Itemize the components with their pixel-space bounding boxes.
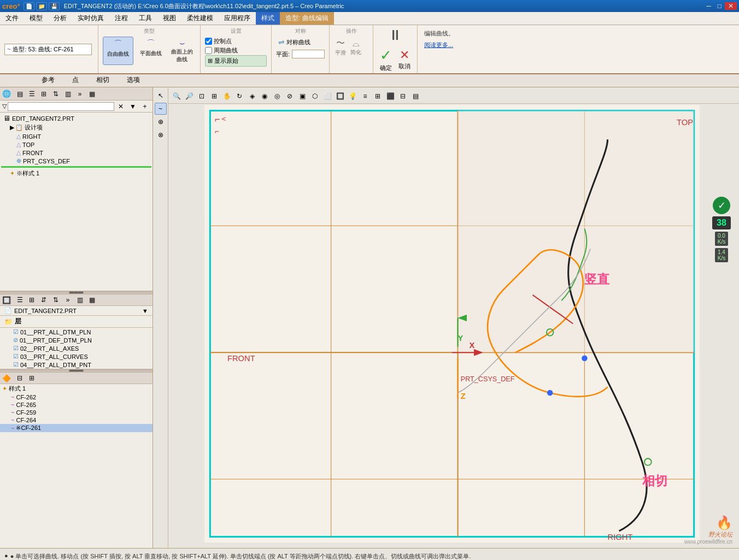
free-curve-btn[interactable]: ⌒ 自由曲线 xyxy=(103,37,133,65)
vert-more1[interactable]: ⊕ xyxy=(155,116,167,128)
win-close[interactable]: ✕ xyxy=(725,2,737,10)
pause-btn[interactable]: ⏸ xyxy=(388,27,402,44)
tree-view-btn[interactable]: ▤ xyxy=(14,89,25,99)
panel2-sort2-btn[interactable]: ⇅ xyxy=(50,295,61,305)
surface-curve-btn[interactable]: ⌣ 曲面上的曲线 xyxy=(168,37,196,65)
zoom-in-btn[interactable]: 🔍 xyxy=(171,90,183,102)
panel2-list-btn[interactable]: ☰ xyxy=(14,295,25,305)
search-input[interactable] xyxy=(8,102,114,111)
csys-node[interactable]: ⊕ PRT_CSYS_DEF xyxy=(1,157,151,165)
menu-view[interactable]: 视图 xyxy=(157,12,181,25)
zoom-out-btn[interactable]: 🔎 xyxy=(183,90,195,102)
planar-curve-btn[interactable]: ⌒ 平面曲线 xyxy=(136,37,166,65)
panel2-grid-btn[interactable]: ⊞ xyxy=(26,295,37,305)
datum-btn[interactable]: ⊞ xyxy=(372,90,384,102)
view1-btn[interactable]: ⬜ xyxy=(321,90,333,102)
menu-style[interactable]: 样式 xyxy=(256,12,280,25)
more2-btn[interactable]: ▤ xyxy=(409,90,421,102)
flat-input[interactable] xyxy=(292,50,325,58)
curve-selector[interactable]: ~ 造型: 53: 曲线: CF-261 xyxy=(4,44,92,55)
right-plane[interactable]: △ RIGHT xyxy=(1,132,151,140)
more1-btn[interactable]: ⊟ xyxy=(397,90,409,102)
menu-annotation[interactable]: 注程 xyxy=(109,12,133,25)
cf-261[interactable]: ~ ※CF-261 xyxy=(0,424,153,432)
view3-btn[interactable]: ⬛ xyxy=(384,90,396,102)
top-plane[interactable]: △ TOP xyxy=(1,140,151,149)
curve-tree-grid-btn[interactable]: ⊞ xyxy=(26,373,37,383)
menu-flex[interactable]: 柔性建模 xyxy=(181,12,219,25)
toolbar-icon-save[interactable]: 💾 xyxy=(49,2,60,10)
rotate-btn[interactable]: ↻ xyxy=(233,90,245,102)
help-read-more[interactable]: 阅读更多... xyxy=(424,42,453,48)
tree-expand-btn[interactable]: » xyxy=(74,89,85,99)
perspective-btn[interactable]: ⬡ xyxy=(309,90,321,102)
panel2-more-btn[interactable]: ▦ xyxy=(86,295,97,305)
periodic-curve-checkbox[interactable]: 周期曲线 xyxy=(205,46,267,55)
toolbar-icon-new[interactable]: 📄 xyxy=(24,2,34,10)
cf-265[interactable]: ~ CF-265 xyxy=(0,401,153,409)
vert-more2[interactable]: ⊗ xyxy=(155,129,167,141)
tree-sort-btn[interactable]: ⇅ xyxy=(50,89,61,99)
light-btn[interactable]: 💡 xyxy=(347,90,359,102)
cad-canvas[interactable]: FRONT PRT_CSYS_DEF TOP RIGHT X Y Z ⌐ < ⌐ xyxy=(171,105,734,543)
show-origin-btn[interactable]: ⊞ 显示原始 xyxy=(205,55,267,67)
menu-apps[interactable]: 应用程序 xyxy=(219,12,256,25)
curve-tree-list-btn[interactable]: ⊟ xyxy=(14,373,25,383)
tree-list-btn[interactable]: ☰ xyxy=(26,89,37,99)
pan-btn[interactable]: ✋ xyxy=(221,90,233,102)
layer-3[interactable]: ☑ 02__PRT_ALL_AXES xyxy=(0,344,153,352)
tree-grid-btn[interactable]: ⊞ xyxy=(38,89,49,99)
win-minimize[interactable]: ─ xyxy=(703,2,714,10)
menu-curve-edit[interactable]: 造型: 曲线编辑 xyxy=(280,12,334,25)
select-btn[interactable]: ↖ xyxy=(155,90,167,102)
panel2-expand-btn[interactable]: » xyxy=(62,295,73,305)
menu-file[interactable]: 文件 xyxy=(0,12,24,25)
subtab-reference[interactable]: 参考 xyxy=(33,74,63,87)
style-node[interactable]: ✦ 样式 1 xyxy=(0,384,153,393)
file-dropdown[interactable]: ▼ xyxy=(142,308,148,314)
ribbon-group-commit: ⏸ ✓ 确定 ✕ 取消 xyxy=(373,25,418,73)
cancel-btn[interactable]: ✕ 取消 xyxy=(398,48,410,70)
menu-simulation[interactable]: 实时仿真 xyxy=(72,12,109,25)
cf-262[interactable]: ~ CF-262 xyxy=(0,393,153,401)
wireframe-btn[interactable]: ◎ xyxy=(271,90,283,102)
menu-tools[interactable]: 工具 xyxy=(133,12,157,25)
symmetry-curve-btn[interactable]: ⇌ 对称曲线 xyxy=(276,37,325,48)
cf-259[interactable]: ~ CF-259 xyxy=(0,409,153,416)
shaded-btn[interactable]: ◉ xyxy=(259,90,271,102)
search-dropdown[interactable]: ▼ xyxy=(127,102,138,111)
menu-analysis[interactable]: 分析 xyxy=(48,12,72,25)
menu-model[interactable]: 模型 xyxy=(24,12,48,25)
smooth-btn[interactable]: 〜 平滑 xyxy=(334,37,347,58)
subtab-points[interactable]: 点 xyxy=(63,74,87,87)
toolbar-icon-open[interactable]: 📁 xyxy=(36,2,47,10)
control-points-checkbox[interactable]: 控制点 xyxy=(205,37,267,46)
layer-4[interactable]: ☑ 03__PRT_ALL_CURVES xyxy=(0,352,153,361)
render-btn[interactable]: ◈ xyxy=(246,90,258,102)
zoom-rect-btn[interactable]: ⊞ xyxy=(208,90,220,102)
root-node[interactable]: 🖥 EDIT_TANGENT2.PRT xyxy=(1,114,151,123)
win-maximize[interactable]: □ xyxy=(714,2,725,10)
sketch-btn[interactable]: ~ xyxy=(155,103,167,115)
tree-more-btn[interactable]: ▦ xyxy=(86,89,97,99)
edge-btn[interactable]: ▣ xyxy=(296,90,308,102)
view2-btn[interactable]: 🔲 xyxy=(334,90,346,102)
panel2-cols-btn[interactable]: ▥ xyxy=(74,295,85,305)
tree-cols-btn[interactable]: ▥ xyxy=(62,89,73,99)
subtab-tangent[interactable]: 相切 xyxy=(87,74,118,87)
confirm-btn[interactable]: ✓ 确定 xyxy=(380,47,392,72)
simplify-btn[interactable]: ⌓ 简化 xyxy=(349,38,362,57)
zoom-fit-btn[interactable]: ⊡ xyxy=(196,90,208,102)
search-add[interactable]: + xyxy=(139,102,150,111)
design-node[interactable]: ▶ 📋 设计项 xyxy=(1,123,151,132)
layer-2[interactable]: ⊘ 01__PRT_DEF_DTM_PLN xyxy=(0,336,153,344)
cf-264[interactable]: ~ CF-264 xyxy=(0,416,153,424)
search-clear[interactable]: ✕ xyxy=(115,102,126,111)
layer-btn[interactable]: ≡ xyxy=(359,90,371,102)
panel2-sort1-btn[interactable]: ⇵ xyxy=(38,295,49,305)
subtab-options[interactable]: 选项 xyxy=(118,74,149,87)
front-plane[interactable]: △ FRONT xyxy=(1,149,151,157)
style1-node[interactable]: ✦ ※样式 1 xyxy=(1,169,151,178)
layer-1[interactable]: ☑ 01__PRT_ALL_DTM_PLN xyxy=(0,328,153,336)
hidden-btn[interactable]: ⊘ xyxy=(284,90,296,102)
